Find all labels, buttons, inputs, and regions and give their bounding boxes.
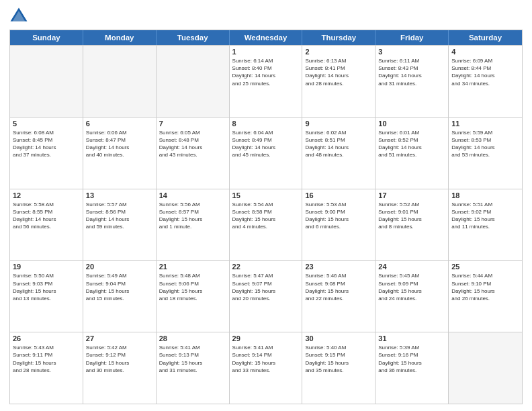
weekday-header: Tuesday <box>157 30 230 45</box>
day-info: Sunrise: 6:06 AM Sunset: 8:47 PM Dayligh… <box>86 129 153 159</box>
day-number: 16 <box>305 191 372 199</box>
calendar-cell: 27Sunrise: 5:42 AM Sunset: 9:12 PM Dayli… <box>83 332 157 404</box>
day-info: Sunrise: 5:43 AM Sunset: 9:11 PM Dayligh… <box>13 344 80 374</box>
day-number: 19 <box>13 263 80 271</box>
day-info: Sunrise: 5:41 AM Sunset: 9:13 PM Dayligh… <box>159 344 226 374</box>
calendar-cell: 10Sunrise: 6:01 AM Sunset: 8:52 PM Dayli… <box>375 118 449 189</box>
day-info: Sunrise: 6:02 AM Sunset: 8:51 PM Dayligh… <box>305 129 372 159</box>
header <box>9 7 523 26</box>
day-info: Sunrise: 5:52 AM Sunset: 9:01 PM Dayligh… <box>378 201 445 231</box>
calendar-cell: 14Sunrise: 5:56 AM Sunset: 8:57 PM Dayli… <box>157 189 230 261</box>
day-number: 29 <box>232 334 300 342</box>
day-info: Sunrise: 5:53 AM Sunset: 9:00 PM Dayligh… <box>305 201 372 231</box>
day-info: Sunrise: 6:05 AM Sunset: 8:48 PM Dayligh… <box>159 129 226 159</box>
day-number: 22 <box>232 263 300 271</box>
day-info: Sunrise: 5:51 AM Sunset: 9:02 PM Dayligh… <box>451 201 519 231</box>
day-info: Sunrise: 6:08 AM Sunset: 8:45 PM Dayligh… <box>13 129 80 159</box>
calendar-cell: 1Sunrise: 6:14 AM Sunset: 8:40 PM Daylig… <box>230 46 303 117</box>
day-info: Sunrise: 5:50 AM Sunset: 9:03 PM Dayligh… <box>13 272 80 302</box>
calendar-cell: 15Sunrise: 5:54 AM Sunset: 8:58 PM Dayli… <box>230 189 303 261</box>
weekday-header: Wednesday <box>230 30 303 45</box>
calendar-cell: 5Sunrise: 6:08 AM Sunset: 8:45 PM Daylig… <box>10 118 83 189</box>
calendar-row: 26Sunrise: 5:43 AM Sunset: 9:11 PM Dayli… <box>10 332 522 404</box>
day-info: Sunrise: 5:41 AM Sunset: 9:14 PM Dayligh… <box>232 344 300 374</box>
day-info: Sunrise: 5:48 AM Sunset: 9:06 PM Dayligh… <box>159 272 226 302</box>
calendar-cell: 9Sunrise: 6:02 AM Sunset: 8:51 PM Daylig… <box>302 118 375 189</box>
calendar-cell <box>449 332 522 404</box>
day-info: Sunrise: 5:56 AM Sunset: 8:57 PM Dayligh… <box>159 201 226 231</box>
day-number: 28 <box>159 334 226 342</box>
calendar-cell: 2Sunrise: 6:13 AM Sunset: 8:41 PM Daylig… <box>302 46 375 117</box>
page: SundayMondayTuesdayWednesdayThursdayFrid… <box>0 0 532 411</box>
calendar-cell: 23Sunrise: 5:46 AM Sunset: 9:08 PM Dayli… <box>302 261 375 332</box>
calendar-cell <box>157 46 230 117</box>
calendar: SundayMondayTuesdayWednesdayThursdayFrid… <box>9 30 523 404</box>
calendar-cell <box>83 46 157 117</box>
day-info: Sunrise: 5:59 AM Sunset: 8:53 PM Dayligh… <box>451 129 519 159</box>
day-number: 13 <box>86 191 153 199</box>
day-info: Sunrise: 6:01 AM Sunset: 8:52 PM Dayligh… <box>378 129 445 159</box>
weekday-header: Monday <box>83 30 157 45</box>
day-info: Sunrise: 5:44 AM Sunset: 9:10 PM Dayligh… <box>451 272 519 302</box>
day-number: 9 <box>305 120 372 128</box>
calendar-cell: 20Sunrise: 5:49 AM Sunset: 9:04 PM Dayli… <box>83 261 157 332</box>
weekday-header: Friday <box>375 30 449 45</box>
day-info: Sunrise: 5:49 AM Sunset: 9:04 PM Dayligh… <box>86 272 153 302</box>
calendar-body: 1Sunrise: 6:14 AM Sunset: 8:40 PM Daylig… <box>10 45 522 404</box>
calendar-cell: 8Sunrise: 6:04 AM Sunset: 8:49 PM Daylig… <box>230 118 303 189</box>
calendar-cell: 17Sunrise: 5:52 AM Sunset: 9:01 PM Dayli… <box>375 189 449 261</box>
day-number: 1 <box>232 48 300 56</box>
day-number: 7 <box>159 120 226 128</box>
calendar-cell: 4Sunrise: 6:09 AM Sunset: 8:44 PM Daylig… <box>449 46 522 117</box>
day-number: 3 <box>378 48 445 56</box>
calendar-cell: 21Sunrise: 5:48 AM Sunset: 9:06 PM Dayli… <box>157 261 230 332</box>
calendar-cell: 7Sunrise: 6:05 AM Sunset: 8:48 PM Daylig… <box>157 118 230 189</box>
day-number: 23 <box>305 263 372 271</box>
day-number: 6 <box>86 120 153 128</box>
day-number: 30 <box>305 334 372 342</box>
logo <box>9 7 31 26</box>
calendar-cell <box>10 46 83 117</box>
day-info: Sunrise: 5:45 AM Sunset: 9:09 PM Dayligh… <box>378 272 445 302</box>
weekday-header: Sunday <box>10 30 83 45</box>
calendar-cell: 19Sunrise: 5:50 AM Sunset: 9:03 PM Dayli… <box>10 261 83 332</box>
calendar-cell: 18Sunrise: 5:51 AM Sunset: 9:02 PM Dayli… <box>449 189 522 261</box>
day-number: 8 <box>232 120 300 128</box>
weekday-header: Thursday <box>302 30 375 45</box>
calendar-row: 5Sunrise: 6:08 AM Sunset: 8:45 PM Daylig… <box>10 117 522 189</box>
calendar-cell: 28Sunrise: 5:41 AM Sunset: 9:13 PM Dayli… <box>157 332 230 404</box>
day-info: Sunrise: 5:40 AM Sunset: 9:15 PM Dayligh… <box>305 344 372 374</box>
calendar-cell: 31Sunrise: 5:39 AM Sunset: 9:16 PM Dayli… <box>375 332 449 404</box>
calendar-cell: 29Sunrise: 5:41 AM Sunset: 9:14 PM Dayli… <box>230 332 303 404</box>
calendar-header: SundayMondayTuesdayWednesdayThursdayFrid… <box>10 30 522 45</box>
calendar-cell: 12Sunrise: 5:58 AM Sunset: 8:55 PM Dayli… <box>10 189 83 261</box>
day-info: Sunrise: 5:39 AM Sunset: 9:16 PM Dayligh… <box>378 344 445 374</box>
day-info: Sunrise: 5:46 AM Sunset: 9:08 PM Dayligh… <box>305 272 372 302</box>
day-number: 15 <box>232 191 300 199</box>
day-number: 27 <box>86 334 153 342</box>
calendar-row: 1Sunrise: 6:14 AM Sunset: 8:40 PM Daylig… <box>10 45 522 117</box>
day-info: Sunrise: 5:57 AM Sunset: 8:56 PM Dayligh… <box>86 201 153 231</box>
day-info: Sunrise: 5:47 AM Sunset: 9:07 PM Dayligh… <box>232 272 300 302</box>
day-number: 31 <box>378 334 445 342</box>
calendar-cell: 3Sunrise: 6:11 AM Sunset: 8:43 PM Daylig… <box>375 46 449 117</box>
day-info: Sunrise: 5:42 AM Sunset: 9:12 PM Dayligh… <box>86 344 153 374</box>
day-info: Sunrise: 6:13 AM Sunset: 8:41 PM Dayligh… <box>305 57 372 87</box>
day-info: Sunrise: 5:54 AM Sunset: 8:58 PM Dayligh… <box>232 201 300 231</box>
calendar-cell: 11Sunrise: 5:59 AM Sunset: 8:53 PM Dayli… <box>449 118 522 189</box>
day-number: 2 <box>305 48 372 56</box>
calendar-cell: 30Sunrise: 5:40 AM Sunset: 9:15 PM Dayli… <box>302 332 375 404</box>
day-number: 11 <box>451 120 519 128</box>
calendar-cell: 24Sunrise: 5:45 AM Sunset: 9:09 PM Dayli… <box>375 261 449 332</box>
weekday-header: Saturday <box>449 30 522 45</box>
day-info: Sunrise: 6:11 AM Sunset: 8:43 PM Dayligh… <box>378 57 445 87</box>
day-number: 10 <box>378 120 445 128</box>
day-number: 18 <box>451 191 519 199</box>
day-number: 20 <box>86 263 153 271</box>
day-number: 24 <box>378 263 445 271</box>
day-number: 17 <box>378 191 445 199</box>
calendar-row: 12Sunrise: 5:58 AM Sunset: 8:55 PM Dayli… <box>10 189 522 261</box>
day-info: Sunrise: 5:58 AM Sunset: 8:55 PM Dayligh… <box>13 201 80 231</box>
calendar-cell: 26Sunrise: 5:43 AM Sunset: 9:11 PM Dayli… <box>10 332 83 404</box>
day-number: 25 <box>451 263 519 271</box>
